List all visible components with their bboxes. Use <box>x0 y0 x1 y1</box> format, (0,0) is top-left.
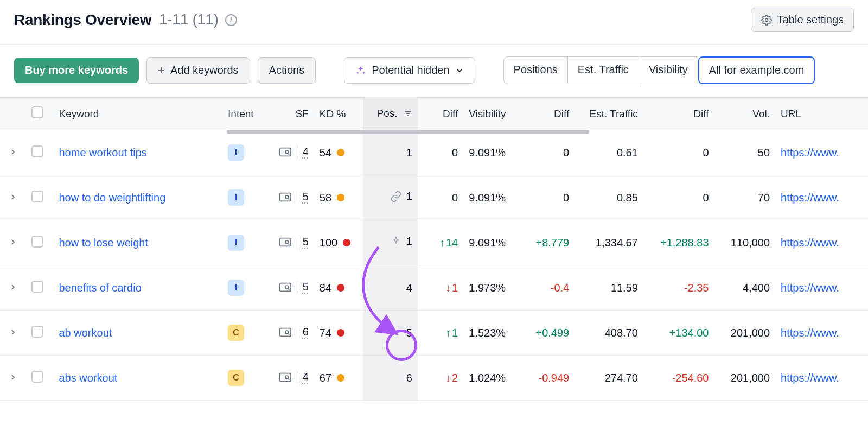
expand-cell[interactable] <box>0 220 26 265</box>
intent-badge[interactable]: I <box>228 144 244 161</box>
col-diff[interactable]: Diff <box>418 98 463 130</box>
url-link[interactable]: https://www. <box>781 372 839 384</box>
buy-keywords-button[interactable]: Buy more keywords <box>14 58 139 83</box>
select-cell[interactable] <box>26 175 53 220</box>
intent-badge[interactable]: I <box>228 280 244 296</box>
select-cell[interactable] <box>26 265 53 311</box>
traffic-cell: 0.85 <box>575 175 643 220</box>
select-cell[interactable] <box>26 130 53 175</box>
intent-cell: C <box>222 356 266 401</box>
row-checkbox[interactable] <box>31 191 43 202</box>
kd-dot-icon <box>337 149 344 156</box>
keyword-link[interactable]: how to do weightlifting <box>59 192 165 204</box>
sf-cell[interactable]: 5 <box>266 265 314 311</box>
row-checkbox[interactable] <box>31 326 43 338</box>
expand-cell[interactable] <box>0 175 26 220</box>
intent-badge[interactable]: I <box>228 235 244 251</box>
url-link[interactable]: https://www. <box>781 192 839 204</box>
col-intent[interactable]: Intent <box>222 98 266 130</box>
potential-hidden-dropdown[interactable]: Potential hidden <box>344 57 475 84</box>
keyword-cell[interactable]: abs workout <box>53 356 222 401</box>
url-cell[interactable]: https://www. <box>775 175 868 220</box>
keyword-cell[interactable]: how to lose weight <box>53 220 222 265</box>
col-traffic[interactable]: Est. Traffic <box>575 98 643 130</box>
keyword-cell[interactable]: home workout tips <box>53 130 222 175</box>
tab-positions[interactable]: Positions <box>503 56 568 84</box>
page-title: Rankings Overview <box>14 11 151 29</box>
keyword-link[interactable]: how to lose weight <box>59 237 148 249</box>
tab-visibility[interactable]: Visibility <box>639 56 698 84</box>
url-link[interactable]: https://www. <box>781 282 839 294</box>
intent-badge[interactable]: I <box>228 189 244 206</box>
col-traffic-diff[interactable]: Diff <box>643 98 714 130</box>
pos-cell: 5 <box>363 311 418 356</box>
keyword-link[interactable]: abs workout <box>59 372 117 384</box>
pos-cell: 1 <box>363 220 418 265</box>
tab-all-for-domain[interactable]: All for example.com <box>698 56 815 84</box>
keyword-cell[interactable]: ab workout <box>53 311 222 356</box>
url-cell[interactable]: https://www. <box>775 220 868 265</box>
expand-cell[interactable] <box>0 265 26 311</box>
url-cell[interactable]: https://www. <box>775 356 868 401</box>
diff-value: 2 <box>452 372 458 384</box>
col-vis-diff[interactable]: Diff <box>524 98 575 130</box>
keyword-cell[interactable]: benefits of cardio <box>53 265 222 311</box>
select-cell[interactable] <box>26 220 53 265</box>
kd-dot-icon <box>337 194 344 201</box>
sf-value: 5 <box>303 281 309 293</box>
traffic-diff-cell: +1,288.83 <box>643 220 714 265</box>
col-kd[interactable]: KD % <box>314 98 363 130</box>
url-link[interactable]: https://www. <box>781 237 839 249</box>
url-cell[interactable]: https://www. <box>775 130 868 175</box>
sf-cell[interactable]: 6 <box>266 311 314 356</box>
select-cell[interactable] <box>26 356 53 401</box>
visibility-diff-cell: -0.4 <box>524 265 575 311</box>
sf-cell[interactable]: 5 <box>266 175 314 220</box>
select-cell[interactable] <box>26 311 53 356</box>
horizontal-scrollbar[interactable] <box>227 130 589 134</box>
sf-cell[interactable]: 4 <box>266 130 314 175</box>
keyword-link[interactable]: home workout tips <box>59 147 146 159</box>
row-checkbox[interactable] <box>31 371 43 383</box>
expand-cell[interactable] <box>0 130 26 175</box>
table-settings-button[interactable]: Table settings <box>751 8 854 32</box>
col-select-all[interactable] <box>26 98 53 130</box>
col-keyword[interactable]: Keyword <box>53 98 222 130</box>
add-keywords-button[interactable]: + Add keywords <box>146 57 250 84</box>
pos-cell: 1 <box>363 175 418 220</box>
tab-est-traffic[interactable]: Est. Traffic <box>568 56 639 84</box>
select-all-checkbox[interactable] <box>31 106 43 118</box>
pos-value: 1 <box>406 190 412 202</box>
url-link[interactable]: https://www. <box>781 147 839 159</box>
col-pos[interactable]: Pos. <box>363 98 418 130</box>
expand-cell[interactable] <box>0 311 26 356</box>
col-vol[interactable]: Vol. <box>714 98 776 130</box>
col-sf[interactable]: SF <box>266 98 314 130</box>
volume-cell: 70 <box>714 175 776 220</box>
url-cell[interactable]: https://www. <box>775 311 868 356</box>
svg-point-0 <box>765 18 768 21</box>
col-url[interactable]: URL <box>775 98 868 130</box>
keyword-cell[interactable]: how to do weightlifting <box>53 175 222 220</box>
intent-badge[interactable]: C <box>228 325 244 341</box>
row-checkbox[interactable] <box>31 236 43 248</box>
row-checkbox[interactable] <box>31 281 43 293</box>
expand-cell[interactable] <box>0 356 26 401</box>
row-checkbox[interactable] <box>31 145 43 157</box>
info-icon[interactable]: i <box>225 14 237 26</box>
keyword-link[interactable]: benefits of cardio <box>59 282 141 294</box>
intent-badge[interactable]: C <box>228 370 244 386</box>
kd-dot-icon <box>337 329 344 337</box>
table-header-row: Keyword Intent SF KD % Pos. Diff Visibil… <box>0 98 868 130</box>
sf-cell[interactable]: 4 <box>266 356 314 401</box>
volume-cell: 4,400 <box>714 265 776 311</box>
keyword-link[interactable]: ab workout <box>59 327 112 339</box>
traffic-cell: 274.70 <box>575 356 643 401</box>
sf-cell[interactable]: 5 <box>266 220 314 265</box>
url-cell[interactable]: https://www. <box>775 265 868 311</box>
col-visibility[interactable]: Visibility <box>463 98 524 130</box>
actions-button[interactable]: Actions <box>258 57 316 84</box>
table-container: Keyword Intent SF KD % Pos. Diff Visibil… <box>0 97 868 401</box>
url-link[interactable]: https://www. <box>781 327 839 339</box>
visibility-diff-cell: +8.779 <box>524 220 575 265</box>
